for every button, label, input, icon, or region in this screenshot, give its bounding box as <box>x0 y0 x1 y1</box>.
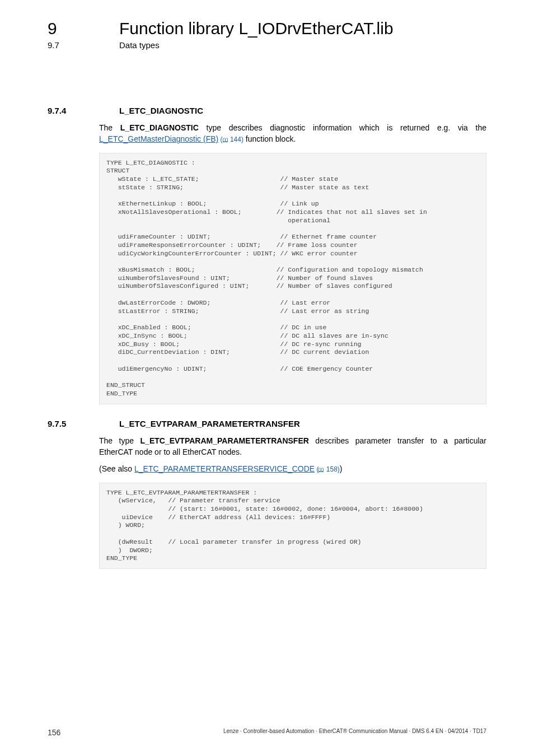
intro-pre: The <box>99 123 120 132</box>
link-getmasterdiagnostic[interactable]: L_ETC_GetMasterDiagnostic (FB) <box>99 134 218 143</box>
chapter-title: Function library L_IODrvEtherCAT.lib <box>119 19 394 38</box>
section-number-1: 9.7.4 <box>48 106 92 115</box>
book-icon-2: 🕮 <box>318 466 324 473</box>
link-paramtransfercode[interactable]: L_ETC_PARAMETERTRANSFERSERVICE_CODE <box>134 464 315 473</box>
intro-bold: L_ETC_DIAGNOSTIC <box>120 123 199 132</box>
header-row: 9 Function library L_IODrvEtherCAT.lib <box>48 19 486 38</box>
seealso-pre: (See also <box>99 464 134 473</box>
doc-info: Lenze · Controller-based Automation · Et… <box>223 728 486 737</box>
separator: _ _ _ _ _ _ _ _ _ _ _ _ _ _ _ _ _ _ _ _ … <box>48 73 486 82</box>
section2-intro: The type L_ETC_EVTPARAM_PARAMETERTRANSFE… <box>99 435 486 458</box>
section-number-top: 9.7 <box>48 40 92 50</box>
link-ref-num-1: 144 <box>230 136 241 143</box>
subheader-row: 9.7 Data types <box>48 40 486 50</box>
intro2-bold: L_ETC_EVTPARAM_PARAMETERTRANSFER <box>140 436 309 445</box>
footer: 156 Lenze · Controller-based Automation … <box>48 728 486 737</box>
section-title-1: L_ETC_DIAGNOSTIC <box>119 106 203 115</box>
page-number: 156 <box>48 728 60 737</box>
intro2-pre: The type <box>99 436 140 445</box>
section-heading-1: 9.7.4 L_ETC_DIAGNOSTIC <box>48 106 486 115</box>
page: 9 Function library L_IODrvEtherCAT.lib 9… <box>0 0 534 756</box>
code-block-2: TYPE L_ETC_EVTPARAM_PARAMETERTRANSFER : … <box>99 483 486 569</box>
book-icon: 🕮 <box>223 137 228 143</box>
chapter-number: 9 <box>48 19 92 38</box>
intro-post: type describes diagnostic information wh… <box>199 123 486 132</box>
link-ref-2[interactable]: (🕮 158) <box>315 465 340 473</box>
section-title-top: Data types <box>119 40 160 50</box>
section-heading-2: 9.7.5 L_ETC_EVTPARAM_PARAMETERTRANSFER <box>48 419 486 428</box>
link-ref-num-2: 158 <box>326 465 338 473</box>
code-block-1: TYPE L_ETC_DIAGNOSTIC : STRUCT wState : … <box>99 153 486 404</box>
intro-tail: function block. <box>243 134 296 143</box>
link-ref-1[interactable]: (🕮 144) <box>218 136 243 143</box>
section-title-2: L_ETC_EVTPARAM_PARAMETERTRANSFER <box>119 419 300 428</box>
section1-intro: The L_ETC_DIAGNOSTIC type describes diag… <box>99 122 486 145</box>
section-number-2: 9.7.5 <box>48 419 92 428</box>
seealso-post: ) <box>340 464 343 473</box>
section2-seealso: (See also L_ETC_PARAMETERTRANSFERSERVICE… <box>99 463 486 474</box>
